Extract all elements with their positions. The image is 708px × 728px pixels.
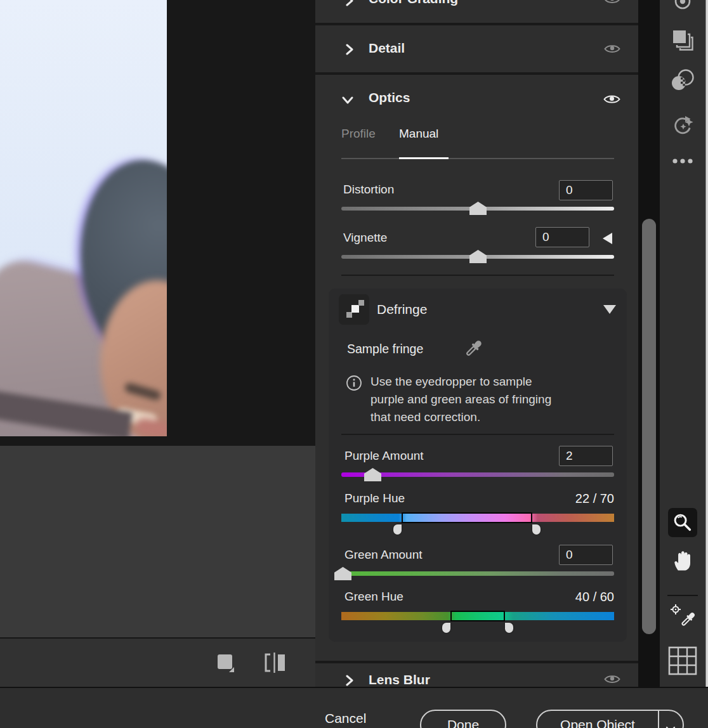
info-icon bbox=[346, 375, 362, 394]
panel-title: Optics bbox=[369, 90, 410, 105]
green-hue-high-handle[interactable] bbox=[505, 623, 513, 633]
purple-hue-label: Purple Hue bbox=[344, 491, 405, 505]
done-button[interactable]: Done bbox=[420, 710, 506, 728]
purple-hue-low-handle[interactable] bbox=[393, 524, 402, 535]
distortion-input[interactable] bbox=[559, 180, 613, 200]
grid-overlay-icon[interactable] bbox=[667, 646, 698, 679]
toolbar-divider bbox=[667, 595, 698, 596]
green-hue-low-handle[interactable] bbox=[442, 623, 450, 633]
vignette-label: Vignette bbox=[343, 231, 387, 245]
collapse-triangle-icon[interactable] bbox=[603, 305, 616, 314]
done-button-label: Done bbox=[421, 717, 505, 728]
mask-icon[interactable] bbox=[669, 68, 696, 96]
eye-toggle-icon[interactable] bbox=[604, 43, 620, 57]
tab-baseline bbox=[341, 158, 614, 159]
purple-amount-slider-thumb[interactable] bbox=[364, 468, 381, 481]
refresh-ai-icon[interactable] bbox=[669, 113, 696, 142]
before-after-icon[interactable] bbox=[262, 651, 289, 677]
chevron-right-icon bbox=[344, 44, 355, 58]
eye-toggle-icon[interactable] bbox=[604, 0, 620, 8]
green-hue-selected-range[interactable] bbox=[450, 611, 505, 621]
more-options-icon[interactable] bbox=[669, 156, 696, 169]
hand-tool-icon[interactable] bbox=[671, 549, 694, 575]
right-toolbar bbox=[660, 0, 705, 687]
eye-toggle-icon[interactable] bbox=[603, 93, 620, 108]
zoom-tool-selected[interactable] bbox=[668, 508, 697, 537]
scrollbar[interactable] bbox=[642, 219, 656, 634]
filmstrip-area bbox=[0, 446, 315, 637]
panel-lens-blur[interactable]: Lens Blur bbox=[315, 663, 638, 687]
panel-title: Lens Blur bbox=[369, 672, 430, 687]
panel-optics: Optics Profile Manual Distortion Vignett… bbox=[315, 75, 638, 661]
defringe-icon bbox=[339, 294, 369, 325]
preview-toolbar bbox=[0, 637, 315, 687]
chevron-down-icon[interactable] bbox=[665, 721, 676, 728]
panel-color-grading[interactable]: Color Grading bbox=[315, 0, 638, 23]
defringe-info-text: Use the eyedropper to sample purple and … bbox=[370, 373, 612, 426]
distortion-slider-thumb[interactable] bbox=[469, 202, 487, 215]
tab-profile[interactable]: Profile bbox=[341, 127, 376, 141]
chevron-right-icon bbox=[344, 675, 355, 687]
divider bbox=[341, 434, 614, 435]
sample-fringe-eyedropper-icon[interactable] bbox=[459, 337, 485, 366]
snapshots-icon[interactable] bbox=[671, 28, 695, 55]
defringe-title: Defringe bbox=[377, 302, 427, 317]
screen-edge-strip bbox=[705, 0, 708, 687]
green-hue-label: Green Hue bbox=[344, 590, 403, 604]
open-object-button[interactable]: Open Object bbox=[536, 710, 684, 728]
panel-detail[interactable]: Detail bbox=[315, 25, 638, 72]
purple-hue-high-handle[interactable] bbox=[532, 524, 541, 535]
vignette-input[interactable] bbox=[535, 227, 589, 247]
vignette-disclosure-triangle-icon[interactable] bbox=[603, 233, 612, 244]
sample-fringe-label: Sample fringe bbox=[347, 342, 423, 356]
partial-eye-icon[interactable] bbox=[672, 0, 693, 14]
distortion-label: Distortion bbox=[343, 183, 394, 197]
vignette-slider-thumb[interactable] bbox=[469, 250, 487, 263]
footer-bar: Cancel Done Open Object bbox=[0, 687, 708, 728]
tab-active-underline bbox=[399, 157, 449, 159]
green-amount-input[interactable] bbox=[559, 545, 613, 565]
divider bbox=[341, 275, 614, 276]
camera-raw-window: Color Grading Detail Optics Profile Manu… bbox=[0, 0, 708, 728]
purple-hue-slider-track[interactable] bbox=[341, 514, 614, 522]
image-preview bbox=[0, 0, 167, 436]
image-canvas-background bbox=[0, 0, 315, 446]
purple-amount-label: Purple Amount bbox=[344, 449, 424, 463]
white-balance-eyedropper-icon[interactable] bbox=[669, 602, 697, 637]
button-divider bbox=[658, 711, 659, 728]
view-mode-icon[interactable] bbox=[214, 650, 236, 678]
panel-title: Color Grading bbox=[369, 0, 458, 6]
tab-manual[interactable]: Manual bbox=[399, 127, 438, 141]
green-hue-slider-track[interactable] bbox=[341, 612, 614, 620]
panel-title: Detail bbox=[369, 41, 405, 56]
cancel-button[interactable]: Cancel bbox=[325, 711, 366, 726]
eye-toggle-icon[interactable] bbox=[604, 673, 620, 687]
open-object-button-label: Open Object bbox=[537, 717, 658, 728]
chevron-down-icon[interactable] bbox=[341, 96, 354, 107]
purple-hue-selected-range[interactable] bbox=[402, 512, 532, 523]
defringe-panel: Defringe Sample fringe bbox=[329, 289, 627, 642]
purple-hue-value: 22 / 70 bbox=[575, 491, 614, 506]
purple-amount-slider-track[interactable] bbox=[341, 472, 614, 477]
green-amount-label: Green Amount bbox=[344, 548, 423, 562]
green-amount-slider-thumb[interactable] bbox=[334, 567, 351, 580]
green-hue-value: 40 / 60 bbox=[575, 590, 614, 604]
purple-amount-input[interactable] bbox=[559, 446, 613, 466]
chevron-right-icon bbox=[344, 0, 355, 9]
green-amount-slider-track[interactable] bbox=[341, 571, 614, 576]
zoom-tool-icon bbox=[672, 512, 693, 533]
